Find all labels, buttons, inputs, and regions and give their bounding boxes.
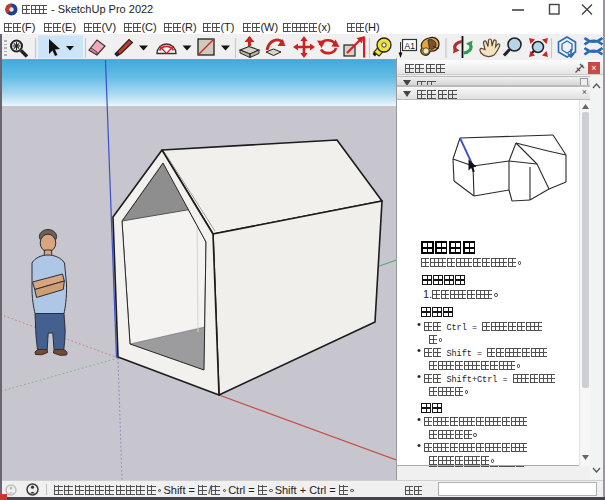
- svg-text:A1: A1: [405, 41, 416, 51]
